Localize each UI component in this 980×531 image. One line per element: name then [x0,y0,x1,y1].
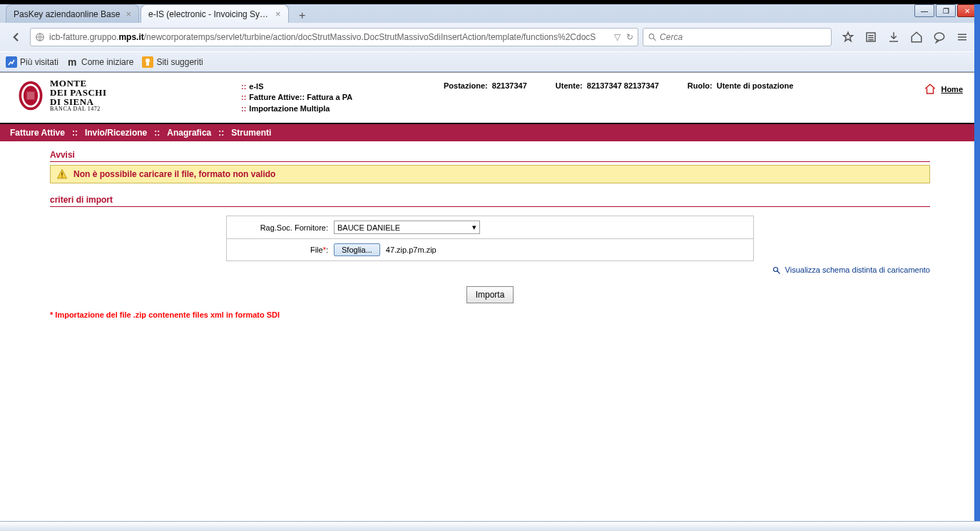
close-icon[interactable]: × [126,9,131,19]
new-tab-button[interactable]: + [293,9,312,23]
schema-link[interactable]: Visualizza schema distinta di caricament… [785,266,930,274]
reload-icon[interactable]: ↻ [626,32,633,42]
tab-eis[interactable]: e-IS (electronic - Invoicing Syst... × [141,4,289,23]
criteri-section-title: criteri di import [50,195,930,207]
maximize-button[interactable]: ❐ [936,4,956,17]
alert-text: Non è possibile caricare il file, format… [73,169,275,179]
home-icon [924,83,936,96]
bookmarks-bar: Più visitati m Come iniziare Siti sugger… [0,51,980,71]
svg-point-1 [649,34,654,39]
tab-title: PasKey aziendaonline Base [14,9,120,19]
main-menu: Fatture Attive :: Invio/Ricezione :: Ana… [0,124,980,141]
magnifier-icon [772,266,781,275]
fornitore-select[interactable]: BAUCE DANIELE ▾ [334,221,480,234]
search-input[interactable] [660,32,827,42]
star-icon[interactable] [842,31,854,44]
svg-point-8 [934,33,944,41]
menu-fatture-attive[interactable]: Fatture Attive [4,126,71,139]
avvisi-section-title: Avvisi [50,150,930,162]
svg-line-2 [653,39,655,41]
svg-rect-21 [61,177,62,178]
utente-info: Utente: 82137347 82137347 [556,81,659,90]
svg-point-22 [773,268,777,272]
bank-logo: MONTE DEI PASCHI DI SIENA BANCA DAL 1472 [17,79,224,112]
svg-point-15 [146,59,150,63]
window-right-border [974,4,980,328]
menu-invio-ricezione[interactable]: Invio/Ricezione [79,126,153,139]
tab-paskey[interactable]: PasKey aziendaonline Base × [6,4,139,23]
import-note: * Importazione del file .zip contenente … [50,310,930,319]
url-dropdown-icon[interactable]: ▽ [614,32,621,42]
back-button[interactable] [6,27,26,47]
search-icon [648,32,657,42]
fornitore-label: Rag.Soc. Fornitore: [234,223,334,232]
close-icon[interactable]: × [275,9,281,19]
home-link[interactable]: Home [941,85,963,93]
menu-icon[interactable] [956,31,969,44]
selected-file-name: 47.zip.p7m.zip [386,246,437,254]
list-icon[interactable] [864,31,877,44]
file-label: File*: [234,246,334,254]
import-form: Rag.Soc. Fornitore: BAUCE DANIELE ▾ File… [226,216,754,261]
url-text: icb-fatture.gruppo.mps.it/newcorporatemp… [49,32,611,42]
svg-text:m: m [68,56,76,68]
tab-strip: PasKey aziendaonline Base × e-IS (electr… [0,4,980,23]
page-header: MONTE DEI PASCHI DI SIENA BANCA DAL 1472… [0,73,980,123]
suggested-icon [142,56,153,68]
minimize-button[interactable]: — [914,4,934,17]
most-visited-bookmark[interactable]: Più visitati [6,56,58,68]
importa-button[interactable]: Importa [466,286,514,303]
home-icon[interactable] [910,31,923,44]
warning-icon [56,168,68,180]
search-bar[interactable] [643,28,832,46]
menu-strumenti[interactable]: Strumenti [225,126,277,139]
getting-started-icon: m [67,56,78,68]
tab-title: e-IS (electronic - Invoicing Syst... [148,9,270,19]
svg-line-23 [777,271,780,274]
shield-icon [17,80,44,111]
ruolo-info: Ruolo: Utente di postazione [688,81,794,90]
svg-rect-20 [61,173,62,176]
breadcrumb: ::e-IS ::Fatture Attive:: Fattura a PA :… [241,79,427,114]
postazione-info: Postazione: 82137347 [444,81,527,90]
menu-anagrafica[interactable]: Anagrafica [161,126,217,139]
alert-box: Non è possibile caricare il file, format… [50,165,930,183]
chat-icon[interactable] [933,31,946,44]
suggested-sites-bookmark[interactable]: Siti suggeriti [142,56,203,68]
browse-button[interactable]: Sfoglia... [334,243,380,256]
svg-rect-16 [146,63,149,66]
globe-icon [35,32,45,42]
url-bar[interactable]: icb-fatture.gruppo.mps.it/newcorporatemp… [30,28,638,46]
nav-row: icb-fatture.gruppo.mps.it/newcorporatemp… [0,23,980,51]
chevron-down-icon: ▾ [472,223,476,232]
most-visited-icon [6,56,17,68]
download-icon[interactable] [887,31,900,44]
getting-started-bookmark[interactable]: m Come iniziare [67,56,133,68]
arrow-left-icon [9,31,22,44]
browser-chrome: PasKey aziendaonline Base × e-IS (electr… [0,4,980,72]
